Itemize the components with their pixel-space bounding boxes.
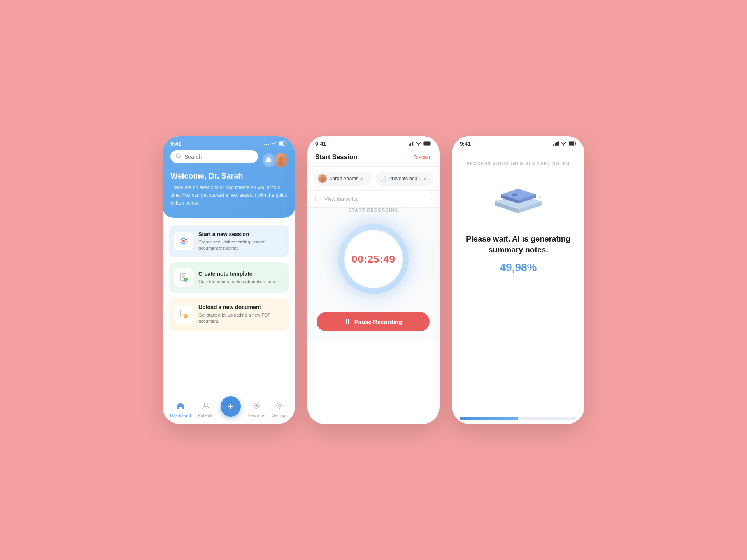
pause-btn-area: ⏸ Pause Recording [307,306,440,341]
svg-rect-29 [413,141,414,146]
svg-rect-28 [412,142,413,146]
svg-rect-36 [555,143,556,146]
card-upload-doc-subtitle: Get started by uploading a new PDF docum… [198,312,283,324]
discard-button[interactable]: Discard [414,154,432,160]
status-bar-2: 9:41 [307,136,440,150]
patient-avatar [318,174,327,183]
svg-rect-26 [409,144,410,146]
progress-bar [460,417,577,420]
document-dropdown[interactable]: 📄 Prevents hea... ▾ [375,172,433,186]
svg-point-24 [255,404,258,407]
svg-text:+: + [184,278,186,282]
ai-screen: PROCESS AUDIO INTO SUMMARY NOTES [452,150,584,424]
svg-point-32 [321,177,324,179]
patient-dropdown[interactable]: Aaron Adams ▾ [314,172,372,186]
svg-point-45 [529,192,531,194]
cards-container: Start a new session Create new visit rec… [163,218,295,334]
nav-sessions[interactable]: Sessions [248,401,265,418]
wifi-icon [271,141,277,147]
signal-icon: ▪▪▪ [264,141,269,147]
nav-settings-label: Settings [272,413,288,418]
wifi-icon-2 [416,141,421,147]
status-icons-2 [409,141,432,147]
patient-name: Aaron Adams [329,176,358,181]
svg-rect-31 [424,142,430,145]
svg-line-3 [180,157,181,158]
sessions-icon [252,401,261,412]
search-bar[interactable] [170,150,258,163]
nav-add-button[interactable]: + [221,396,241,416]
svg-rect-40 [569,142,574,145]
card-upload-doc-title: Upload a new document [198,304,283,310]
nav-patients[interactable]: Patients [198,401,214,418]
welcome-title: Welcome, Dr. Sarah [170,172,287,180]
svg-point-44 [506,204,507,205]
battery-icon-2 [423,141,432,147]
card-new-session-subtitle: Create new visit recording instant docum… [198,239,283,251]
card-note-template-title: Create note template [198,271,275,277]
nav-dashboard[interactable]: Dashboard [170,401,191,418]
note-icon-wrap: + [174,268,193,287]
svg-point-43 [539,196,541,198]
timer-inner: 00:25:49 [344,230,403,288]
svg-rect-27 [410,143,411,146]
bottom-nav: Dashboard Patients + Sessions [163,397,295,424]
svg-point-25 [279,404,281,407]
svg-point-33 [321,179,324,182]
dashboard-icon [176,401,185,412]
bell-icon[interactable] [263,153,275,167]
svg-rect-1 [279,142,283,145]
svg-point-4 [279,157,283,161]
status-bar-1: 9:41 ▪▪▪ [163,136,295,150]
chat-icon [315,195,321,203]
nav-dashboard-label: Dashboard [170,413,191,418]
header-section: Welcome, Dr. Sarah There are no sessions… [163,150,295,218]
recording-label: START RECORDING [349,208,399,212]
card-note-template[interactable]: + Create note template Get started creat… [169,262,289,293]
patients-icon [202,401,210,412]
svg-point-5 [277,161,284,166]
signal-icon-3 [553,141,559,147]
time-3: 9:41 [460,141,471,147]
status-icons-3 [553,141,577,147]
session-controls: Aaron Adams ▾ 📄 Prevents hea... ▾ [307,167,440,191]
card-new-session-text: Start a new session Create new visit rec… [198,231,283,251]
svg-point-22 [204,403,207,406]
session-title: Start Session [315,153,358,161]
transcript-chevron-icon: › [430,196,432,202]
transcript-link: View transcript [315,195,358,203]
phone-dashboard: 9:41 ▪▪▪ [163,136,295,424]
document-name: Prevents hea... [389,176,421,181]
transcript-label: View transcript [324,196,358,202]
nav-patients-label: Patients [198,413,214,418]
card-new-session[interactable]: Start a new session Create new visit rec… [169,225,289,257]
card-note-template-text: Create note template Get started create … [198,271,275,285]
card-upload-doc[interactable]: + Upload a new document Get started by u… [169,298,289,331]
svg-line-49 [531,191,534,193]
pause-label: Pause Recording [354,318,402,325]
transcript-row[interactable]: View transcript › [307,191,440,208]
pause-recording-button[interactable]: ⏸ Pause Recording [317,312,430,331]
svg-rect-34 [316,196,321,200]
ai-waiting-text: Please wait. AI is generating summary no… [460,233,577,255]
progress-fill [460,417,518,420]
patient-chevron-icon: ▾ [361,177,363,181]
pause-icon: ⏸ [344,318,351,325]
svg-text:+: + [184,315,186,318]
svg-point-42 [496,200,497,201]
time-2: 9:41 [315,141,326,147]
time-1: 9:41 [170,141,181,147]
svg-rect-35 [553,144,554,146]
signal-icon-2 [409,141,414,147]
settings-icon [275,401,284,412]
avatar[interactable] [275,153,287,168]
process-label: PROCESS AUDIO INTO SUMMARY NOTES [466,161,570,166]
battery-icon [279,141,287,147]
svg-point-9 [185,238,187,241]
ai-illustration: AI [487,174,549,221]
nav-settings[interactable]: Settings [272,401,288,418]
phone-recording: 9:41 [307,136,440,424]
document-chevron-icon: ▾ [424,177,426,181]
search-input[interactable] [184,154,253,160]
wifi-icon-3 [561,141,566,147]
